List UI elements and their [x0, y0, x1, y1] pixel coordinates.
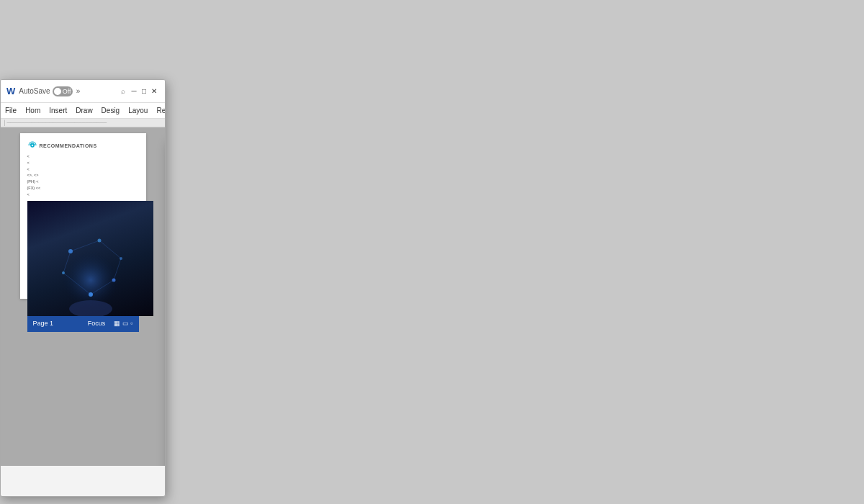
minimize-btn-1[interactable]: ─: [129, 86, 139, 96]
ribbon-layout-1[interactable]: Layou: [128, 107, 148, 114]
doc-logo-1: RECOMMENDATIONS: [27, 140, 139, 150]
ribbon-1: File Hom Insert Draw Desig Layou Refer M…: [1, 103, 165, 119]
maximize-btn-1[interactable]: □: [139, 86, 149, 96]
page-num-1: Page 1: [33, 318, 54, 328]
ribbon-insert-1[interactable]: Insert: [49, 107, 67, 114]
network-svg-1: [27, 201, 153, 316]
word-window-1[interactable]: W AutoSave Off » ⌕ ─ □ ✕ File Hom Insert…: [0, 79, 166, 497]
close-btn-1[interactable]: ✕: [149, 86, 159, 96]
ribbon-refer-1[interactable]: Refer: [156, 107, 166, 114]
focus-label-1: Focus: [88, 318, 106, 328]
title-bar-1: W AutoSave Off » ⌕ ─ □ ✕: [1, 80, 165, 103]
view-icons-1[interactable]: ▦ ▭ ▫: [114, 318, 132, 328]
ribbon-home-1[interactable]: Hom: [25, 107, 40, 114]
search-icon-1[interactable]: ⌕: [117, 86, 129, 97]
ribbon-file-1[interactable]: File: [5, 107, 17, 114]
word-logo-1: W: [6, 86, 15, 96]
signal-icon-1: [27, 140, 37, 150]
svg-point-0: [31, 144, 34, 147]
svg-point-1: [55, 237, 127, 309]
status-bar-1: Page 1 Focus ▦ ▭ ▫: [27, 316, 139, 332]
autosave-1: AutoSave: [19, 87, 50, 95]
ruler-1: │────────────────────────────: [1, 119, 165, 127]
doc-content-1: < < < <>, <> (PH) < (FX) << <: [27, 153, 139, 332]
more-options-1[interactable]: »: [76, 87, 81, 95]
doc-area-1: RECOMMENDATIONS < < < <>, <> (PH) < (FX)…: [1, 127, 165, 466]
doc-page-1: RECOMMENDATIONS < < < <>, <> (PH) < (FX)…: [20, 133, 146, 299]
autosave-toggle-1[interactable]: Off: [53, 86, 73, 96]
network-photo-1: [27, 201, 153, 316]
ribbon-draw-1[interactable]: Draw: [76, 107, 92, 114]
ribbon-design-1[interactable]: Desig: [102, 107, 120, 114]
